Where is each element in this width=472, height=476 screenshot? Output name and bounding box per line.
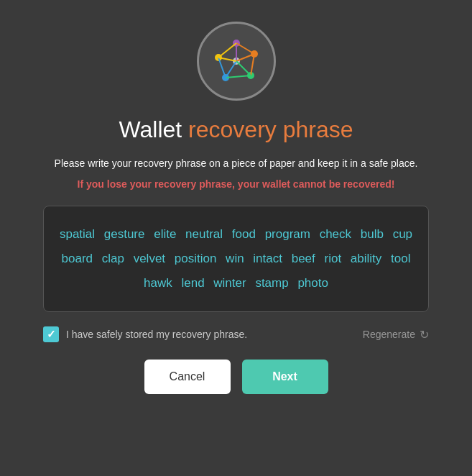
svg-line-10 [226,75,251,78]
checkbox-area: ✓ I have safely stored my recovery phras… [43,326,247,342]
svg-line-13 [226,61,236,78]
svg-line-6 [236,43,254,54]
cancel-button[interactable]: Cancel [144,360,231,394]
main-container: Wallet recovery phrase Please write your… [0,0,472,476]
checkbox-label: I have safely stored my recovery phrase. [66,329,247,340]
warning-text: If you lose your recovery phrase, your w… [78,178,395,190]
phrase-words: spatial gesture elite neutral food progr… [60,227,412,290]
checkmark-icon: ✓ [47,328,56,341]
subtitle-text: Please write your recovery phrase on a p… [55,156,418,171]
svg-line-11 [236,61,251,75]
svg-line-12 [218,58,226,78]
page-title: Wallet recovery phrase [119,116,353,143]
stored-checkbox[interactable]: ✓ [43,326,59,342]
svg-line-9 [236,54,254,61]
recovery-phrase-box: spatial gesture elite neutral food progr… [43,206,429,312]
svg-line-14 [218,43,236,58]
regenerate-label: Regenerate [363,329,415,340]
logo-circle [197,22,276,101]
regenerate-icon: ↻ [420,328,429,342]
regenerate-button[interactable]: Regenerate ↻ [363,328,429,342]
checkbox-row: ✓ I have safely stored my recovery phras… [43,326,429,342]
next-button[interactable]: Next [242,360,328,394]
action-buttons: Cancel Next [144,360,328,394]
svg-line-8 [251,54,254,75]
